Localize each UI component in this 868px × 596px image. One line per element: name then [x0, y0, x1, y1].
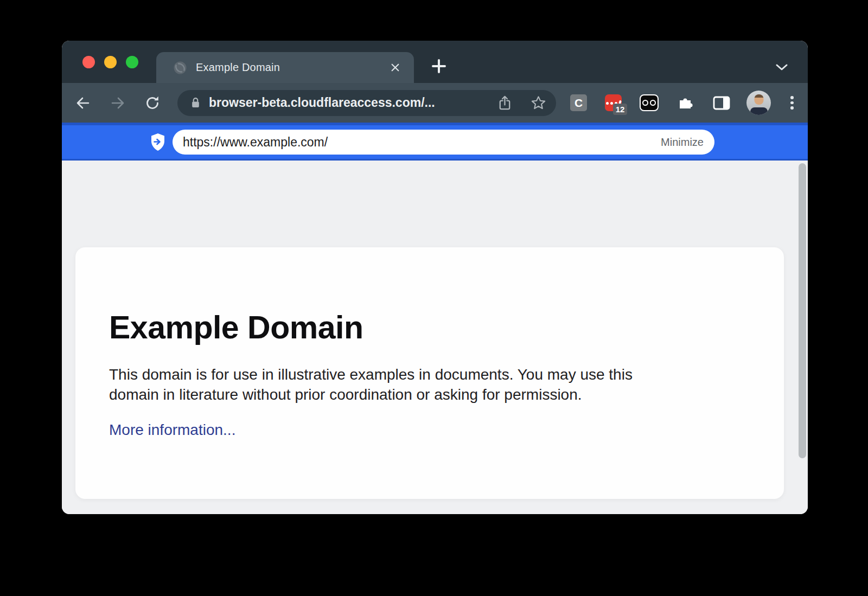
back-icon[interactable] [74, 94, 92, 112]
circle-glyph [642, 100, 648, 106]
avatar-head [754, 94, 763, 105]
isolation-url-field: Minimize [173, 130, 714, 155]
extension-c-icon[interactable]: C [570, 94, 587, 111]
lock-icon [188, 95, 203, 110]
isolation-url-input[interactable] [183, 135, 661, 150]
more-information-link[interactable]: More information... [109, 421, 235, 439]
navigation-toolbar: browser-beta.cloudflareaccess.com/... C [62, 83, 808, 123]
forward-icon[interactable] [109, 94, 126, 112]
page-viewport: Example Domain This domain is for use in… [62, 161, 808, 514]
screenshot-stage: Example Domain [0, 0, 868, 596]
avatar-body [750, 107, 768, 115]
browser-window: Example Domain [62, 41, 808, 514]
tab-example-domain[interactable]: Example Domain [156, 52, 414, 83]
profile-avatar[interactable] [746, 91, 771, 115]
address-bar-url: browser-beta.cloudflareaccess.com/... [209, 95, 435, 110]
extensions-puzzle-icon[interactable] [676, 94, 694, 112]
extension-double-circle-icon[interactable] [640, 94, 659, 111]
circle-glyph [650, 100, 656, 106]
tab-search-chevron-icon[interactable] [775, 62, 789, 72]
isolation-shield-icon [149, 132, 167, 152]
scrollbar-thumb[interactable] [799, 163, 806, 458]
globe-favicon-icon [173, 61, 187, 75]
minimize-bar-button[interactable]: Minimize [661, 136, 704, 149]
browser-menu-kebab-icon[interactable] [787, 94, 797, 112]
example-domain-card: Example Domain This domain is for use in… [75, 247, 784, 499]
page-body-line1: This domain is for use in illustrative e… [109, 366, 633, 383]
extensions-area: C 12 [570, 91, 797, 115]
share-icon[interactable] [495, 94, 514, 112]
page-body-line2: domain in literature without prior coord… [109, 386, 582, 403]
extension-c-label: C [575, 97, 583, 110]
window-close-button[interactable] [82, 56, 95, 68]
tab-strip: Example Domain [62, 41, 808, 83]
window-minimize-button[interactable] [104, 56, 117, 68]
bookmark-star-icon[interactable] [529, 94, 547, 112]
isolation-url-bar: Minimize [62, 123, 808, 161]
extension-badge-count: 12 [613, 104, 627, 115]
tab-title: Example Domain [196, 61, 280, 74]
window-controls [82, 56, 138, 68]
page-body: This domain is for use in illustrative e… [109, 364, 750, 405]
window-zoom-button[interactable] [126, 56, 138, 68]
address-bar[interactable]: browser-beta.cloudflareaccess.com/... [177, 90, 556, 116]
side-panel-icon[interactable] [712, 95, 731, 111]
extension-red-dots-icon[interactable]: 12 [605, 94, 622, 111]
page-title: Example Domain [109, 309, 750, 346]
new-tab-button[interactable] [430, 57, 448, 75]
reload-icon[interactable] [144, 94, 161, 112]
tab-close-icon[interactable] [388, 61, 402, 75]
